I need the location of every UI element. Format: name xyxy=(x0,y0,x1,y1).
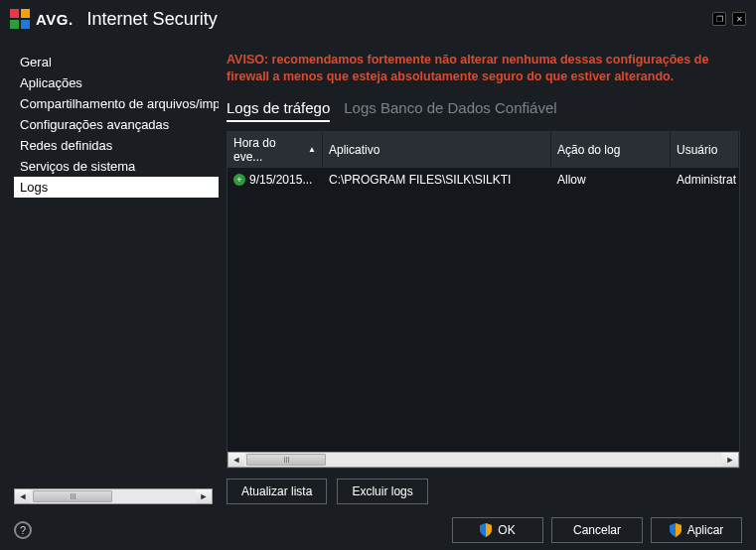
sidebar-item-networks[interactable]: Redes definidas xyxy=(14,135,219,156)
table-body: + 9/15/2015... C:\PROGRAM FILES\SILK\SIL… xyxy=(227,168,739,452)
cell-app: C:\PROGRAM FILES\SILK\SILKTI xyxy=(323,171,551,189)
sidebar-item-advanced[interactable]: Configurações avançadas xyxy=(14,114,219,135)
titlebar: AVG. Internet Security ❐ ✕ xyxy=(0,0,756,38)
action-buttons: Atualizar lista Excluir logs xyxy=(227,479,740,504)
sort-asc-icon: ▲ xyxy=(308,145,316,154)
logs-table: Hora do eve... ▲ Aplicativo Ação do log … xyxy=(227,131,740,469)
sidebar-item-logs[interactable]: Logs xyxy=(14,177,219,198)
avg-logo-icon xyxy=(10,9,30,29)
svg-rect-1 xyxy=(21,9,30,18)
sidebar-item-applications[interactable]: Aplicações xyxy=(14,72,219,93)
sidebar-item-system-services[interactable]: Serviços de sistema xyxy=(14,156,219,177)
table-scrollbar[interactable]: ◄ ► xyxy=(227,452,739,468)
cell-action: Allow xyxy=(551,171,671,189)
firewall-warning: AVISO: recomendamos fortemente não alter… xyxy=(227,52,740,85)
tab-trusted-db-logs[interactable]: Logs Banco de Dados Confiável xyxy=(344,99,556,122)
table-header: Hora do eve... ▲ Aplicativo Ação do log … xyxy=(227,132,739,168)
logo: AVG. Internet Security xyxy=(10,9,218,30)
shield-icon xyxy=(670,523,681,537)
maximize-button[interactable]: ❐ xyxy=(712,12,726,26)
brand-name: AVG. xyxy=(36,11,74,28)
svg-rect-2 xyxy=(10,20,19,29)
svg-rect-0 xyxy=(10,9,19,18)
apply-label: Aplicar xyxy=(687,523,724,537)
sidebar-scrollbar[interactable]: ◄ ► xyxy=(14,488,213,504)
ok-button[interactable]: OK xyxy=(452,517,543,543)
cell-time: 9/15/2015... xyxy=(249,173,312,187)
sidebar-item-file-sharing[interactable]: Compartilhamento de arquivos/impressoras xyxy=(14,93,219,114)
delete-logs-button[interactable]: Excluir logs xyxy=(337,479,427,504)
cancel-button[interactable]: Cancelar xyxy=(551,517,643,543)
shield-icon xyxy=(480,523,492,537)
column-application[interactable]: Aplicativo xyxy=(323,132,551,168)
column-action[interactable]: Ação do log xyxy=(551,132,671,168)
ok-label: OK xyxy=(498,523,515,537)
cell-user: Administrat xyxy=(671,171,739,189)
plus-icon: + xyxy=(233,174,245,186)
sidebar: Geral Aplicações Compartilhamento de arq… xyxy=(0,38,219,504)
help-icon[interactable]: ? xyxy=(14,521,32,539)
scroll-thumb[interactable] xyxy=(33,490,112,502)
tabs: Logs de tráfego Logs Banco de Dados Conf… xyxy=(227,99,740,123)
cancel-label: Cancelar xyxy=(573,523,621,537)
refresh-list-button[interactable]: Atualizar lista xyxy=(227,479,327,504)
scroll-thumb[interactable] xyxy=(246,454,326,466)
app-title: Internet Security xyxy=(87,9,218,30)
column-user[interactable]: Usuário xyxy=(671,132,739,168)
column-time[interactable]: Hora do eve... ▲ xyxy=(227,132,323,168)
close-button[interactable]: ✕ xyxy=(732,12,746,26)
scroll-right-icon[interactable]: ► xyxy=(722,453,738,467)
column-label: Hora do eve... xyxy=(233,136,304,164)
footer: ? OK Cancelar Aplicar xyxy=(0,510,756,550)
scroll-left-icon[interactable]: ◄ xyxy=(15,489,31,503)
table-row[interactable]: + 9/15/2015... C:\PROGRAM FILES\SILK\SIL… xyxy=(227,168,739,192)
content-pane: AVISO: recomendamos fortemente não alter… xyxy=(219,38,756,504)
window-controls: ❐ ✕ xyxy=(712,12,746,26)
tab-traffic-logs[interactable]: Logs de tráfego xyxy=(227,99,330,122)
apply-button[interactable]: Aplicar xyxy=(651,517,742,543)
scroll-left-icon[interactable]: ◄ xyxy=(228,453,244,467)
scroll-right-icon[interactable]: ► xyxy=(196,489,212,503)
svg-rect-3 xyxy=(21,20,30,29)
sidebar-item-general[interactable]: Geral xyxy=(14,52,219,72)
